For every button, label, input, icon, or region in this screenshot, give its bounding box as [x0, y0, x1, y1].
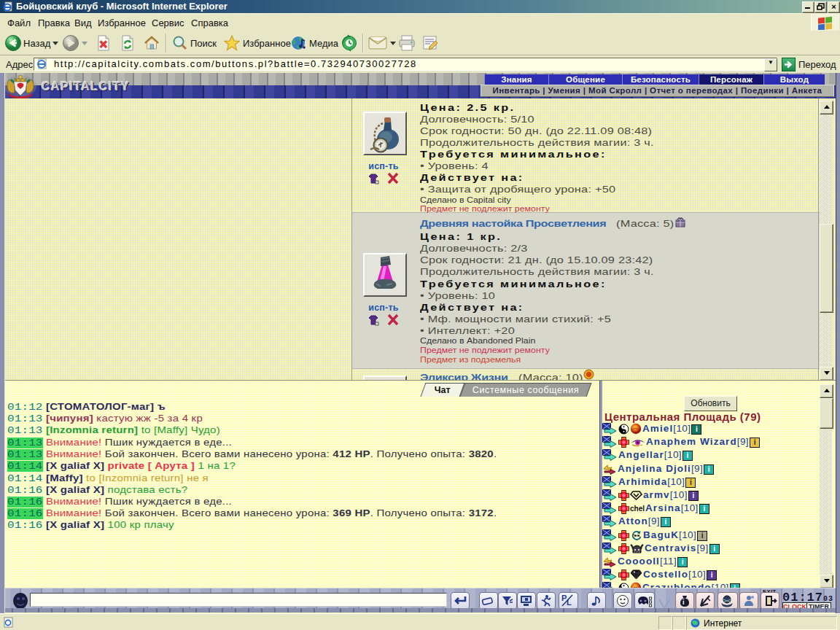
svg-text:i: i [682, 599, 685, 606]
